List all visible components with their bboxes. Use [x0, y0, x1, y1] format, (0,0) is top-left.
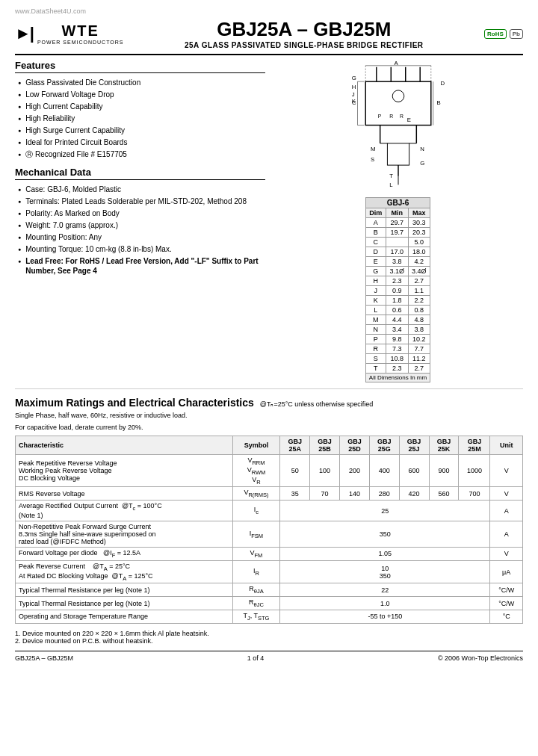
svg-text:L: L	[389, 182, 393, 188]
row-avg-rectified: Average Rectified Output Current @Tc = 1…	[16, 501, 523, 521]
col-gbj25k: GBJ25K	[429, 436, 459, 455]
dim-row-T: T2.32.7	[365, 364, 430, 374]
row-rms-reverse: RMS Reverse Voltage VR(RMS) 357014028042…	[16, 487, 523, 501]
logo-tagline: POWER SEMICONDUCTORS	[37, 40, 124, 45]
row-peak-reverse-voltage: Peak Repetitive Reverse VoltageWorking P…	[16, 455, 523, 487]
svg-text:D: D	[440, 80, 445, 87]
ratings-section: Maximum Ratings and Electrical Character…	[15, 397, 523, 645]
feature-item-3: High Current Capability	[18, 102, 265, 111]
dim-row-G: G3.1Ø3.4Ø	[365, 267, 430, 276]
mech-item-5: Mounting Position: Any	[18, 232, 265, 242]
svg-text:K: K	[351, 98, 356, 105]
ratings-condition: @Tₙ=25°C unless otherwise specified	[260, 400, 374, 408]
svg-text:H: H	[351, 84, 356, 90]
pb-badge: Pb	[510, 29, 523, 39]
ratings-title: Maximum Ratings and Electrical Character…	[15, 397, 254, 409]
dim-row-B: B19.720.3	[365, 228, 430, 238]
svg-text:J: J	[351, 91, 354, 98]
dim-table-footer: All Dimensions In mm	[365, 374, 430, 382]
diagram-col: A B C D E G H J K P R R	[273, 60, 523, 382]
footer-note-1: 1. Device mounted on 220 × 220 × 1.6mm t…	[15, 630, 523, 637]
dim-row-D: D17.018.0	[365, 247, 430, 257]
mech-item-6: Mounting Torque: 10 cm-kg (8.8 in-lbs) M…	[18, 244, 265, 254]
features-col: Features Glass Passivated Die Constructi…	[15, 60, 265, 382]
footer-notes: 1. Device mounted on 220 × 220 × 1.6mm t…	[15, 630, 523, 645]
dim-col-min: Min	[386, 208, 408, 218]
svg-text:E: E	[406, 117, 410, 123]
svg-text:M: M	[371, 146, 375, 152]
svg-text:S: S	[371, 156, 374, 163]
logo-wte: WTE POWER SEMICONDUCTORS	[37, 22, 124, 45]
dim-row-H: H2.32.7	[365, 276, 430, 286]
mech-item-2: Terminals: Plated Leads Solderable per M…	[18, 196, 265, 206]
dim-row-R: R7.37.7	[365, 344, 430, 354]
svg-text:B: B	[436, 99, 440, 106]
row-peak-reverse-current: Peak Reverse Current @TA = 25°CAt Rated …	[16, 560, 523, 583]
footer-page-number: 1 of 4	[247, 654, 265, 662]
dim-row-P: P9.810.2	[365, 335, 430, 344]
features-section: Features Glass Passivated Die Constructi…	[15, 60, 523, 389]
part-number: GBJ25A – GBJ25M	[185, 18, 424, 41]
svg-text:T: T	[389, 173, 393, 179]
col-characteristic: Characteristic	[16, 436, 233, 455]
svg-text:G: G	[420, 160, 424, 167]
feature-item-5: High Surge Current Capability	[18, 126, 265, 135]
ratings-sub2: For capacitive load, derate current by 2…	[15, 424, 523, 431]
svg-text:P: P	[377, 114, 381, 119]
row-thermal-jc: Typical Thermal Resistance per leg (Note…	[16, 597, 523, 610]
dim-col-dim: Dim	[365, 208, 386, 218]
feature-item-7: Ⓡ Recognized File # E157705	[18, 149, 265, 159]
dim-row-E: E3.84.2	[365, 257, 430, 267]
dim-col-max: Max	[408, 208, 430, 218]
svg-point-7	[392, 90, 404, 102]
col-gbj25b: GBJ25B	[310, 436, 340, 455]
svg-text:G: G	[351, 75, 356, 81]
dim-row-M: M4.44.8	[365, 315, 430, 325]
dim-row-A: A29.730.3	[365, 218, 430, 228]
row-temp-range: Operating and Storage Temperature Range …	[16, 610, 523, 623]
col-unit: Unit	[490, 436, 523, 455]
compliance-badges: RoHS Pb	[484, 29, 523, 39]
dimensions-table: GBJ-6 Dim Min Max A29.730.3 B19.720.3 C5…	[365, 197, 430, 382]
mech-item-1: Case: GBJ-6, Molded Plastic	[18, 185, 265, 194]
dim-row-N: N3.43.8	[365, 325, 430, 335]
feature-item-6: Ideal for Printed Circuit Boards	[18, 137, 265, 147]
dim-row-S: S10.811.2	[365, 354, 430, 364]
row-surge-current: Non-Repetitive Peak Forward Surge Curren…	[16, 521, 523, 547]
logo-diode-symbol: ►|	[15, 24, 33, 43]
characteristics-table: Characteristic Symbol GBJ25A GBJ25B GBJ2…	[15, 436, 523, 624]
dim-row-C: C5.0	[365, 238, 430, 247]
footer-part-number: GBJ25A – GBJ25M	[15, 654, 73, 662]
svg-text:R: R	[399, 114, 403, 119]
footer-copyright: © 2006 Won-Top Electronics	[438, 654, 523, 662]
col-gbj25g: GBJ25G	[369, 436, 399, 455]
col-gbj25m: GBJ25M	[459, 436, 490, 455]
row-forward-voltage: Forward Voltage per diode @IF = 12.5A VF…	[16, 547, 523, 560]
page-header: ►| WTE POWER SEMICONDUCTORS GBJ25A – GBJ…	[15, 18, 523, 55]
ratings-sub1: Single Phase, half wave, 60Hz, resistive…	[15, 412, 523, 419]
col-gbj25d: GBJ25D	[340, 436, 370, 455]
svg-text:N: N	[420, 146, 424, 152]
col-gbj25a: GBJ25A	[280, 436, 310, 455]
mech-item-4: Weight: 7.0 grams (approx.)	[18, 220, 265, 230]
mech-item-7: Lead Free: For RoHS / Lead Free Version,…	[18, 256, 265, 276]
feature-item-2: Low Forward Voltage Drop	[18, 90, 265, 99]
logo-area: ►| WTE POWER SEMICONDUCTORS	[15, 22, 123, 45]
dim-row-K: K1.82.2	[365, 296, 430, 306]
svg-rect-0	[365, 81, 431, 125]
feature-item-4: High Reliability	[18, 114, 265, 123]
mech-item-3: Polarity: As Marked on Body	[18, 208, 265, 218]
watermark: www.DataSheet4U.com	[15, 7, 523, 15]
footer-note-2: 2. Device mounted on P.C.B. without heat…	[15, 637, 523, 645]
features-title: Features	[15, 60, 265, 73]
logo-brand: WTE	[61, 22, 99, 40]
ratings-header: Maximum Ratings and Electrical Character…	[15, 397, 523, 409]
page-footer: GBJ25A – GBJ25M 1 of 4 © 2006 Won-Top El…	[15, 651, 523, 662]
col-gbj25j: GBJ25J	[399, 436, 429, 455]
mechanical-title: Mechanical Data	[15, 167, 265, 180]
dim-table-header: GBJ-6	[365, 198, 430, 208]
package-diagram: A B C D E G H J K P R R	[324, 60, 473, 194]
feature-item-1: Glass Passivated Die Construction	[18, 78, 265, 87]
subtitle: 25A GLASS PASSIVATED SINGLE-PHASE BRIDGE…	[185, 41, 424, 49]
dim-row-L: L0.60.8	[365, 306, 430, 315]
